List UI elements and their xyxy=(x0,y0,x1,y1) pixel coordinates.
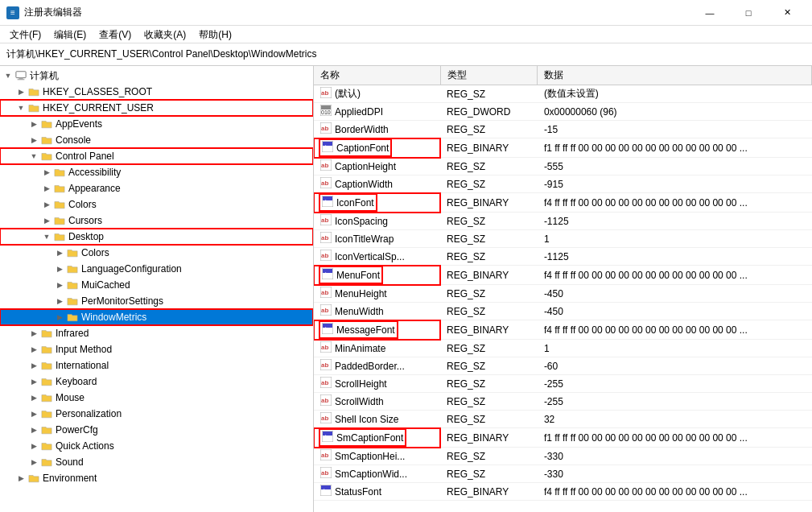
svg-text:ab: ab xyxy=(321,252,328,259)
expand-btn-console[interactable] xyxy=(27,134,40,147)
tree-item-desktop[interactable]: Desktop xyxy=(0,229,313,245)
expand-btn-cursors[interactable] xyxy=(40,214,53,227)
menu-item[interactable]: 文件(F) xyxy=(3,26,47,43)
expand-btn-mouse[interactable] xyxy=(27,391,40,404)
table-row[interactable]: ab CaptionWidthREG_SZ-915 xyxy=(314,175,812,193)
expand-btn-keyboard[interactable] xyxy=(27,375,40,388)
tree-item-langconfig[interactable]: LanguageConfiguration xyxy=(0,261,313,277)
table-row[interactable]: ab MinAnimateREG_SZ1 xyxy=(314,340,812,357)
menu-item[interactable]: 查看(V) xyxy=(93,26,138,43)
table-row[interactable]: ab PaddedBorder...REG_SZ-60 xyxy=(314,357,812,375)
tree-item-inputmethod[interactable]: Input Method xyxy=(0,341,313,357)
table-row[interactable]: ab IconSpacingREG_SZ-1125 xyxy=(314,213,812,230)
expand-btn-personalization[interactable] xyxy=(27,407,40,420)
expand-btn-hkcu[interactable] xyxy=(14,101,27,114)
registry-name-text: IconSpacing xyxy=(335,216,388,227)
expand-btn-environment[interactable] xyxy=(14,472,27,485)
expand-btn-windowmetrics[interactable] xyxy=(53,311,66,324)
expand-btn-powercfg[interactable] xyxy=(27,423,40,436)
registry-data-cell: -1125 xyxy=(538,248,812,266)
expand-btn-accessibility[interactable] xyxy=(40,166,53,179)
table-header-数据[interactable]: 数据 xyxy=(538,66,812,85)
tree-item-hkcr[interactable]: HKEY_CLASSES_ROOT xyxy=(0,84,313,100)
table-row[interactable]: ab CaptionFontREG_BINARYf1 ff ff ff 00 0… xyxy=(314,138,812,158)
table-header-名称[interactable]: 名称 xyxy=(314,66,440,85)
tree-label-infrared: Infrared xyxy=(56,328,89,339)
registry-data-cell: -255 xyxy=(538,375,812,393)
registry-table[interactable]: 名称类型数据 ab (默认)REG_SZ(数值未设置) 010 AppliedD… xyxy=(314,66,812,512)
menu-item[interactable]: 编辑(E) xyxy=(47,26,93,43)
expand-btn-inputmethod[interactable] xyxy=(27,343,40,356)
tree-item-powercfg[interactable]: PowerCfg xyxy=(0,422,313,438)
registry-type-cell: REG_SZ xyxy=(440,375,538,393)
table-row[interactable]: ab ScrollWidthREG_SZ-255 xyxy=(314,393,812,411)
table-row[interactable]: 010 AppliedDPIREG_DWORD0x00000060 (96) xyxy=(314,103,812,121)
tree-item-cursors[interactable]: Cursors xyxy=(0,213,313,229)
tree-item-colors_d[interactable]: Colors xyxy=(0,245,313,261)
expand-btn-international[interactable] xyxy=(27,359,40,372)
menu-item[interactable]: 帮助(H) xyxy=(192,26,238,43)
expand-btn-colors_cp[interactable] xyxy=(40,198,53,211)
svg-text:ab: ab xyxy=(324,199,328,203)
tree-item-environment[interactable]: Environment xyxy=(0,470,313,486)
tree-item-infrared[interactable]: Infrared xyxy=(0,325,313,341)
tree-item-sound[interactable]: Sound xyxy=(0,454,313,470)
registry-name-text: (默认) xyxy=(335,87,361,101)
tree-item-international[interactable]: International xyxy=(0,357,313,374)
table-row[interactable]: ab MessageFontREG_BINARYf4 ff ff ff 00 0… xyxy=(314,320,812,340)
table-row[interactable]: ab SmCaptionWid...REG_SZ-330 xyxy=(314,465,812,483)
tree-item-hkcu[interactable]: HKEY_CURRENT_USER xyxy=(0,100,313,116)
tree-item-accessibility[interactable]: Accessibility xyxy=(0,164,313,180)
tree-item-mouse[interactable]: Mouse xyxy=(0,390,313,406)
tree-item-permonitorsettings[interactable]: PerMonitorSettings xyxy=(0,293,313,309)
tree-item-personalization[interactable]: Personalization xyxy=(0,406,313,422)
table-row[interactable]: ab StatusFontREG_BINARYf4 ff ff ff 00 00… xyxy=(314,483,812,501)
expand-btn-controlpanel[interactable] xyxy=(27,150,40,163)
table-row[interactable]: ab BorderWidthREG_SZ-15 xyxy=(314,121,812,138)
tree-item-keyboard[interactable]: Keyboard xyxy=(0,374,313,390)
tree-item-console[interactable]: Console xyxy=(0,132,313,148)
table-row[interactable]: ab IconFontREG_BINARYf4 ff ff ff 00 00 0… xyxy=(314,193,812,213)
table-header-类型[interactable]: 类型 xyxy=(440,66,538,85)
expand-btn-appearance[interactable] xyxy=(40,182,53,195)
maximize-button[interactable]: □ xyxy=(730,0,767,26)
table-row[interactable]: ab CaptionHeightREG_SZ-555 xyxy=(314,158,812,175)
tree-item-muicached[interactable]: MuiCached xyxy=(0,277,313,293)
expand-btn-permonitorsettings[interactable] xyxy=(53,295,66,308)
menu-item[interactable]: 收藏夹(A) xyxy=(138,26,192,43)
tree-item-computer[interactable]: 计算机 xyxy=(0,68,313,84)
expand-btn-desktop[interactable] xyxy=(40,230,53,243)
tree-item-controlpanel[interactable]: Control Panel xyxy=(0,148,313,164)
tree-item-appearance[interactable]: Appearance xyxy=(0,180,313,196)
table-row[interactable]: ab Shell Icon SizeREG_SZ32 xyxy=(314,411,812,428)
table-row[interactable]: ab MenuFontREG_BINARYf4 ff ff ff 00 00 0… xyxy=(314,266,812,285)
expand-btn-colors_d[interactable] xyxy=(53,246,66,259)
tree-item-colors_cp[interactable]: Colors xyxy=(0,196,313,213)
table-row[interactable]: ab (默认)REG_SZ(数值未设置) xyxy=(314,85,812,103)
table-row[interactable]: ab MenuHeightREG_SZ-450 xyxy=(314,285,812,303)
registry-name-cell: ab IconSpacing xyxy=(314,213,440,230)
table-row[interactable]: ab ScrollHeightREG_SZ-255 xyxy=(314,375,812,393)
folder-icon-colors_d xyxy=(66,246,79,259)
title-bar: 注册表编辑器 — □ ✕ xyxy=(0,0,812,26)
expand-btn-appevents[interactable] xyxy=(27,118,40,130)
expand-btn-quickactions[interactable] xyxy=(27,440,40,452)
table-row[interactable]: ab MenuWidthREG_SZ-450 xyxy=(314,303,812,320)
table-row[interactable]: ab SmCaptionFontREG_BINARYf1 ff ff ff 00… xyxy=(314,428,812,448)
close-button[interactable]: ✕ xyxy=(769,0,806,26)
table-row[interactable]: ab SmCaptionHei...REG_SZ-330 xyxy=(314,448,812,465)
table-row[interactable]: ab IconTitleWrapREG_SZ1 xyxy=(314,230,812,248)
tree-panel[interactable]: 计算机 HKEY_CLASSES_ROOT HKEY_CURRENT_USER … xyxy=(0,66,314,512)
expand-btn-computer[interactable] xyxy=(2,69,14,82)
expand-btn-infrared[interactable] xyxy=(27,327,40,340)
tree-item-quickactions[interactable]: Quick Actions xyxy=(0,438,313,454)
tree-item-appevents[interactable]: AppEvents xyxy=(0,116,313,132)
expand-btn-hkcr[interactable] xyxy=(14,85,27,98)
expand-btn-langconfig[interactable] xyxy=(53,262,66,275)
table-row[interactable]: ab IconVerticalSp...REG_SZ-1125 xyxy=(314,248,812,266)
tree-item-windowmetrics[interactable]: WindowMetrics xyxy=(0,309,313,325)
app-icon xyxy=(6,6,19,19)
minimize-button[interactable]: — xyxy=(691,0,728,26)
expand-btn-muicached[interactable] xyxy=(53,279,66,291)
expand-btn-sound[interactable] xyxy=(27,456,40,469)
